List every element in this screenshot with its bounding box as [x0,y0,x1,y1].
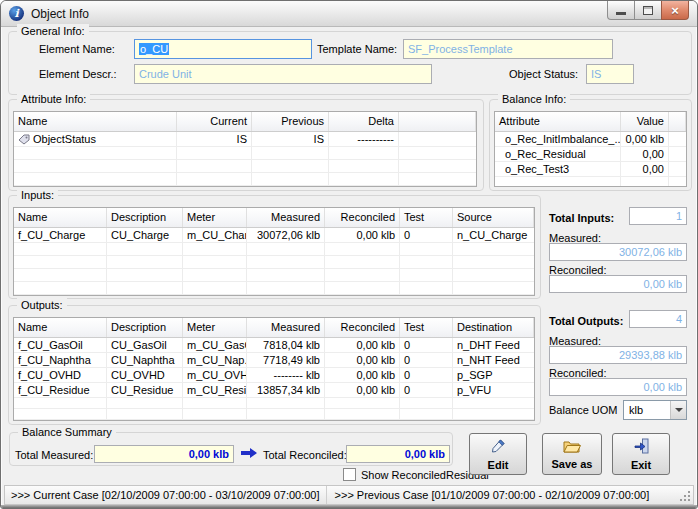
col-header-source[interactable]: Source [453,208,534,227]
col-header-test[interactable]: Test [400,208,453,227]
outputs-table-header: Name Description Meter Measured Reconcil… [14,318,534,338]
attribute-name: ObjectStatus [33,132,96,146]
template-name-field[interactable]: SF_ProcessTemplate [403,39,613,59]
input-meter: m_CU_Char... [183,228,247,242]
col-header-attribute[interactable]: Attribute [495,112,621,131]
element-name-field[interactable]: o_CU [134,39,312,59]
balance-table-header: Attribute Value [495,112,686,132]
total-reconciled-field[interactable]: 0,00 klb [346,445,450,463]
total-inputs-count-field[interactable]: 1 [629,207,687,225]
output-row[interactable]: f_CU_Naphtha CU_Naphtha m_CU_Nap... 7718… [14,353,534,368]
col-header-meter[interactable]: Meter [183,208,247,227]
total-measured-field[interactable]: 0,00 klb [94,445,234,463]
col-header-delta[interactable]: Delta [329,112,399,131]
inputs-measured-field[interactable]: 30072,06 klb [549,243,687,261]
col-header-value[interactable]: Value [621,112,669,131]
output-test: 0 [400,383,453,397]
col-header-measured[interactable]: Measured [247,318,325,337]
attribute-table-header: Name Current Previous Delta [14,112,476,132]
maximize-button[interactable] [634,1,662,20]
attribute-info-legend: Attribute Info: [17,92,90,106]
attribute-current: IS [177,132,252,146]
balance-value: 0,00 klb [621,132,669,146]
output-row[interactable]: f_CU_GasOil CU_GasOil m_CU_GasOil 7818,0… [14,338,534,353]
info-icon: i [9,6,24,21]
save-as-button[interactable]: Save as [542,433,602,475]
col-header-name[interactable]: Name [14,112,177,131]
output-description: CU_Residue [107,383,183,397]
output-reconciled: 0,00 klb [325,383,400,397]
status-current-case: >>> Current Case [02/10/2009 07:00:00 - … [5,486,327,504]
output-destination: p_VFU [453,383,534,397]
empty-row [14,147,476,160]
col-header-name[interactable]: Name [14,318,107,337]
object-status-field[interactable]: IS [586,64,634,84]
show-reconciled-residual-checkbox[interactable]: Show ReconciledResidual [343,468,489,481]
total-reconciled-label: Total Reconciled: [263,449,347,462]
edit-button[interactable]: Edit [469,433,527,475]
balance-uom-value: klb [629,404,643,416]
object-status-label: Object Status: [509,68,578,81]
balance-row[interactable]: o_Rec_Residual 0,00 [495,147,686,162]
outputs-measured-field[interactable]: 29393,88 klb [549,346,687,364]
input-name: f_CU_Charge [14,228,107,242]
input-row[interactable]: f_CU_Charge CU_Charge m_CU_Char... 30072… [14,228,534,243]
col-header-name[interactable]: Name [14,208,107,227]
balance-uom-select[interactable]: klb [623,400,687,420]
minimize-button[interactable] [607,1,635,20]
col-header-description[interactable]: Description [107,208,183,227]
output-measured: -------- klb [247,368,325,382]
output-reconciled: 0,00 klb [325,353,400,367]
output-description: CU_GasOil [107,338,183,352]
element-name-label: Element Name: [39,43,115,56]
output-name: f_CU_OVHD [14,368,107,382]
balance-attribute: o_Rec_Residual [495,147,621,161]
inputs-reconciled-field[interactable]: 0,00 klb [549,275,687,293]
title-bar[interactable]: i Object Info × [1,1,697,27]
attribute-row[interactable]: ObjectStatus IS IS ---------- [14,132,476,147]
col-header-destination[interactable]: Destination [453,318,534,337]
outputs-reconciled-field[interactable]: 0,00 klb [549,378,687,396]
empty-row [14,256,534,269]
resize-grip[interactable] [688,499,690,501]
empty-row [14,243,534,256]
col-header-description[interactable]: Description [107,318,183,337]
output-destination: n_NHT Feed [453,353,534,367]
input-reconciled: 0,00 klb [325,228,400,242]
output-row[interactable]: f_CU_Residue CU_Residue m_CU_Resi... 138… [14,383,534,398]
output-measured: 7818,04 klb [247,338,325,352]
element-descr-field[interactable]: Crude Unit [134,64,432,84]
window-controls: × [608,1,689,20]
status-bar: >>> Current Case [02/10/2009 07:00:00 - … [4,485,694,505]
exit-button-label: Exit [631,459,651,471]
object-info-window: i Object Info × General Info: Element Na… [0,0,698,509]
outputs-legend: Outputs: [17,298,67,312]
total-outputs-label: Total Outputs: [549,315,623,328]
balance-row[interactable]: o_Rec_InitImbalance_... 0,00 klb [495,132,686,147]
pencil-icon [490,438,506,456]
exit-button[interactable]: Exit [612,433,670,475]
total-outputs-count-field[interactable]: 4 [629,310,687,328]
chevron-down-icon[interactable] [670,401,686,419]
output-destination: p_SGP [453,368,534,382]
col-header-current[interactable]: Current [177,112,252,131]
balance-row[interactable]: o_Rec_Test3 0,00 [495,162,686,177]
col-header-test[interactable]: Test [400,318,453,337]
col-header-previous[interactable]: Previous [252,112,329,131]
close-icon: × [671,2,679,19]
total-inputs-label: Total Inputs: [549,212,614,225]
col-header-measured[interactable]: Measured [247,208,325,227]
empty-row [14,282,534,295]
col-header-meter[interactable]: Meter [183,318,247,337]
outputs-table: Name Description Meter Measured Reconcil… [13,317,535,421]
output-measured: 7718,49 klb [247,353,325,367]
col-header-reconciled[interactable]: Reconciled [325,318,400,337]
close-button[interactable]: × [661,1,689,20]
balance-info-table: Attribute Value o_Rec_InitImbalance_... … [494,111,687,187]
element-name-selection: o_CU [139,43,169,55]
balance-value: 0,00 [621,147,669,161]
col-header-reconciled[interactable]: Reconciled [325,208,400,227]
balance-attribute: o_Rec_Test3 [495,162,621,176]
checkbox-box[interactable] [343,468,356,481]
output-row[interactable]: f_CU_OVHD CU_OVHD m_CU_OVHD -------- klb… [14,368,534,383]
